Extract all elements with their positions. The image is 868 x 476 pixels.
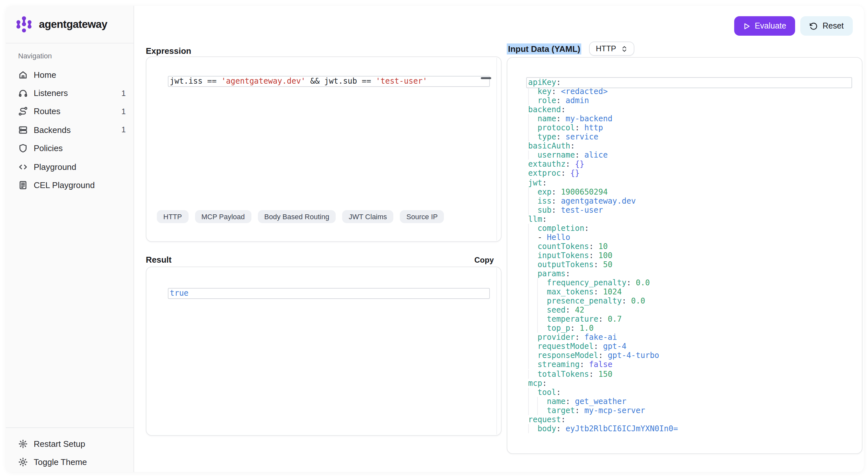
shield-icon <box>18 144 28 153</box>
code-line: tool: <box>528 387 851 396</box>
input-data-panel: apiKey:key: <redacted>role: adminbackend… <box>507 57 863 454</box>
sidebar-item-listeners[interactable]: Listeners1 <box>18 84 126 102</box>
code-line: responseModel: gpt-4-turbo <box>528 351 851 360</box>
indent-guide <box>528 396 537 406</box>
sidebar-item-restart-setup[interactable]: Restart Setup <box>18 435 126 453</box>
indent-guide <box>528 360 537 369</box>
indent-guide <box>528 369 537 378</box>
sidebar-item-home[interactable]: Home <box>18 65 126 84</box>
code-line: basicAuth: <box>528 142 851 151</box>
code-line: presence_penalty: 0.0 <box>528 296 851 305</box>
sidebar-footer: Restart SetupToggle Theme <box>6 427 133 472</box>
input-data-title: Input Data (YAML) <box>507 43 582 54</box>
code-line: max_tokens: 1024 <box>528 287 851 296</box>
result-title: Result <box>146 255 172 265</box>
brand-name: agentgateway <box>39 18 107 30</box>
editor-edge-line <box>496 268 497 435</box>
indent-guide <box>528 305 537 315</box>
code-line: streaming: false <box>528 360 851 369</box>
sidebar-item-policies[interactable]: Policies <box>18 139 126 157</box>
yaml-editor[interactable]: apiKey:key: <redacted>role: adminbackend… <box>507 58 862 453</box>
indent-guide <box>528 296 537 305</box>
copy-button[interactable]: Copy <box>474 255 494 264</box>
sidebar-item-playground[interactable]: Playground <box>18 157 126 176</box>
screenshot-stage: agentgateway Navigation HomeListeners1Ro… <box>0 0 868 476</box>
sidebar-item-backends[interactable]: Backends1 <box>18 121 126 139</box>
code-line: top_p: 1.0 <box>528 324 851 333</box>
indent-guide <box>528 196 537 205</box>
indent-guide <box>528 342 537 351</box>
sidebar-item-routes[interactable]: Routes1 <box>18 102 126 121</box>
code-line: params: <box>528 269 851 278</box>
indent-guide <box>528 96 537 105</box>
reset-button[interactable]: Reset <box>801 16 853 36</box>
sidebar-item-label: Listeners <box>34 88 68 98</box>
indent-guide <box>537 324 547 333</box>
preset-http[interactable]: HTTP <box>157 210 188 223</box>
code-line: totalTokens: 150 <box>528 369 851 378</box>
sidebar-footer-list: Restart SetupToggle Theme <box>18 435 126 472</box>
code-line: provider: fake-ai <box>528 333 851 342</box>
indent-guide <box>528 324 537 333</box>
indent-guide <box>528 151 537 160</box>
code-line: true <box>170 289 489 298</box>
result-header: Result Copy <box>146 255 501 265</box>
code-line: apiKey: <box>528 78 851 87</box>
gear-icon <box>18 439 28 448</box>
indent-guide <box>528 260 537 269</box>
code-line: temperature: 0.7 <box>528 315 851 324</box>
preset-body-based-routing[interactable]: Body Based Routing <box>258 210 336 223</box>
sidebar-item-label: Playground <box>34 162 76 172</box>
sidebar-item-label: Restart Setup <box>34 439 85 448</box>
code-line: seed: 42 <box>528 305 851 315</box>
agentgateway-logo-icon <box>15 14 33 34</box>
code-line: frequency_penalty: 0.0 <box>528 278 851 287</box>
indent-guide <box>537 296 547 305</box>
code-line: - Hello <box>528 233 851 242</box>
server-icon <box>18 125 28 135</box>
indent-guide <box>528 333 537 342</box>
preset-pills: HTTPMCP PayloadBody Based RoutingJWT Cla… <box>157 210 444 223</box>
indent-guide <box>528 387 537 396</box>
input-data-header: Input Data (YAML) HTTP <box>507 41 634 56</box>
preset-jwt-claims[interactable]: JWT Claims <box>342 210 393 223</box>
indent-guide <box>528 242 537 251</box>
expression-title: Expression <box>146 46 191 56</box>
indent-guide <box>537 305 547 315</box>
count-badge: 1 <box>122 125 126 135</box>
sidebar-item-label: CEL Playground <box>34 180 95 190</box>
code-line: iss: agentgateway.dev <box>528 196 851 205</box>
sidebar-item-label: Policies <box>34 144 63 153</box>
input-type-select[interactable]: HTTP <box>589 41 634 56</box>
code-line: jwt.iss == 'agentgateway.dev' && jwt.sub… <box>170 77 489 86</box>
sidebar-item-label: Toggle Theme <box>34 457 87 467</box>
indent-guide <box>528 114 537 123</box>
brand[interactable]: agentgateway <box>6 6 133 43</box>
sidebar-item-label: Routes <box>34 107 60 116</box>
count-badge: 1 <box>122 107 126 116</box>
code-line: llm: <box>528 214 851 224</box>
sun-icon <box>18 457 28 467</box>
code-line: outputTokens: 50 <box>528 260 851 269</box>
indent-guide <box>528 87 537 96</box>
indent-guide <box>537 278 547 287</box>
sidebar-item-toggle-theme[interactable]: Toggle Theme <box>18 453 126 472</box>
expression-panel: jwt.iss == 'agentgateway.dev' && jwt.sub… <box>146 56 501 242</box>
indent-guide <box>537 315 547 324</box>
code-line: requestModel: gpt-4 <box>528 342 851 351</box>
sidebar-item-cel-playground[interactable]: CEL Playground <box>18 176 126 195</box>
evaluate-button[interactable]: Evaluate <box>734 16 795 36</box>
chevron-up-down-icon <box>621 45 628 52</box>
app-window: agentgateway Navigation HomeListeners1Ro… <box>6 6 864 472</box>
play-icon <box>743 22 750 30</box>
preset-source-ip[interactable]: Source IP <box>400 210 444 223</box>
sidebar-nav-list: HomeListeners1Routes1Backends1PoliciesPl… <box>18 65 126 194</box>
notebook-icon <box>18 180 28 190</box>
code-line: inputTokens: 100 <box>528 251 851 260</box>
nav-section-label: Navigation <box>18 52 126 60</box>
indent-guide <box>528 224 537 233</box>
editor-edge-line <box>496 58 497 241</box>
preset-mcp-payload[interactable]: MCP Payload <box>195 210 251 223</box>
indent-guide <box>537 287 547 296</box>
horizontal-scrollbar-thumb[interactable] <box>481 77 491 79</box>
